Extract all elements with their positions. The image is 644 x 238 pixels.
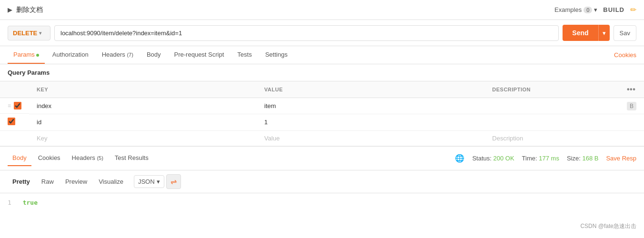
th-key: KEY [29, 81, 257, 98]
row2-checkbox[interactable] [8, 118, 15, 125]
tab-pre-request[interactable]: Pre-request Script [169, 46, 230, 64]
row2-control [0, 114, 29, 131]
top-bar-right: Examples 0 ▾ BUILD ✏ [554, 5, 636, 14]
edit-icon[interactable]: ✏ [630, 5, 636, 14]
request-tabs: Params Authorization Headers (7) Body Pr… [0, 46, 644, 64]
tab-params[interactable]: Params [8, 46, 45, 64]
params-table: KEY VALUE DESCRIPTION ••• ≡ index item B [0, 81, 644, 146]
save-button[interactable]: Sav [614, 25, 636, 41]
cookies-link[interactable]: Cookies [614, 51, 636, 59]
row1-checkbox[interactable] [14, 102, 21, 109]
table-header-row: KEY VALUE DESCRIPTION ••• [0, 81, 644, 98]
row1-key[interactable]: index [29, 98, 257, 114]
response-tab-body[interactable]: Body [8, 150, 31, 166]
format-tab-visualize[interactable]: Visualize [94, 175, 128, 188]
empty-key[interactable]: Key [29, 131, 257, 146]
row-handle-icon: ≡ [8, 102, 11, 109]
send-button[interactable]: Send [563, 25, 598, 41]
tab-headers[interactable]: Headers (7) [96, 46, 139, 64]
response-bar: Body Cookies Headers (5) Test Results 🌐 … [0, 146, 644, 170]
format-tab-preview[interactable]: Preview [60, 175, 92, 188]
format-label: JSON [138, 178, 155, 185]
status-label: Status: 200 OK [472, 155, 514, 162]
table-row: ≡ index item B [0, 98, 644, 114]
format-selector[interactable]: JSON ▾ [134, 175, 164, 188]
table-row-empty: Key Value Description [0, 131, 644, 146]
top-bar-left: ▶ 删除文档 [8, 6, 43, 14]
response-stats: 🌐 Status: 200 OK Time: 177 ms Size: 168 … [455, 154, 636, 163]
tab-settings[interactable]: Settings [260, 46, 293, 64]
row1-description[interactable] [484, 98, 619, 114]
wrap-button[interactable]: ⇌ [166, 174, 181, 189]
globe-icon[interactable]: 🌐 [455, 154, 464, 163]
response-value: true [23, 199, 38, 206]
row1-control: ≡ [0, 98, 29, 114]
tab-authorization[interactable]: Authorization [47, 46, 94, 64]
response-toolbar: Pretty Raw Preview Visualize JSON ▾ ⇌ [0, 170, 644, 193]
method-label: DELETE [13, 30, 37, 37]
table-row: id 1 [0, 114, 644, 131]
save-response-button[interactable]: Save Resp [606, 155, 636, 162]
tab-tests[interactable]: Tests [231, 46, 257, 64]
row2-description[interactable] [484, 114, 619, 131]
tab-body[interactable]: Body [141, 46, 167, 64]
th-actions: ••• [619, 81, 644, 98]
th-description: DESCRIPTION [484, 81, 619, 98]
params-dot [36, 54, 39, 57]
send-dropdown-button[interactable]: ▾ [598, 25, 610, 41]
query-params-header: Query Params [0, 64, 644, 81]
response-content: 1 true [0, 193, 644, 212]
expand-icon[interactable]: ▶ [8, 6, 12, 13]
row1-value[interactable]: item [257, 98, 484, 114]
format-tab-pretty[interactable]: Pretty [8, 175, 35, 188]
send-group: Send ▾ [563, 25, 609, 41]
row2-key[interactable]: id [29, 114, 257, 131]
examples-count: 0 [584, 7, 592, 13]
format-chevron-icon: ▾ [157, 178, 160, 185]
more-options-icon[interactable]: ••• [627, 85, 635, 93]
empty-control [0, 131, 29, 146]
row2-value[interactable]: 1 [257, 114, 484, 131]
examples-label: Examples [554, 6, 582, 13]
row2-actions [619, 114, 644, 131]
empty-description[interactable]: Description [484, 131, 619, 146]
th-value: VALUE [257, 81, 484, 98]
bulk-edit-icon[interactable]: B [627, 102, 636, 110]
top-bar: ▶ 删除文档 Examples 0 ▾ BUILD ✏ [0, 0, 644, 20]
response-tab-cookies[interactable]: Cookies [33, 150, 65, 166]
method-chevron-icon: ▾ [39, 30, 41, 36]
examples-chevron-icon: ▾ [594, 6, 597, 13]
format-tab-raw[interactable]: Raw [37, 175, 59, 188]
url-bar: DELETE ▾ Send ▾ Sav [0, 20, 644, 46]
build-button[interactable]: BUILD [603, 6, 624, 13]
query-params-section: Query Params KEY VALUE DESCRIPTION ••• ≡… [0, 64, 644, 146]
time-stat: Time: 177 ms [522, 155, 559, 162]
method-selector[interactable]: DELETE ▾ [8, 26, 50, 40]
page-title: 删除文档 [16, 6, 43, 14]
row1-actions: B [619, 98, 644, 114]
response-tab-headers[interactable]: Headers (5) [67, 150, 108, 166]
response-tab-test-results[interactable]: Test Results [110, 150, 153, 166]
empty-value[interactable]: Value [257, 131, 484, 146]
empty-actions [619, 131, 644, 146]
examples-button[interactable]: Examples 0 ▾ [554, 6, 597, 13]
url-input[interactable] [54, 25, 559, 41]
size-stat: Size: 168 B [567, 155, 599, 162]
th-checkbox [0, 81, 29, 98]
line-number-1: 1 [8, 199, 11, 206]
